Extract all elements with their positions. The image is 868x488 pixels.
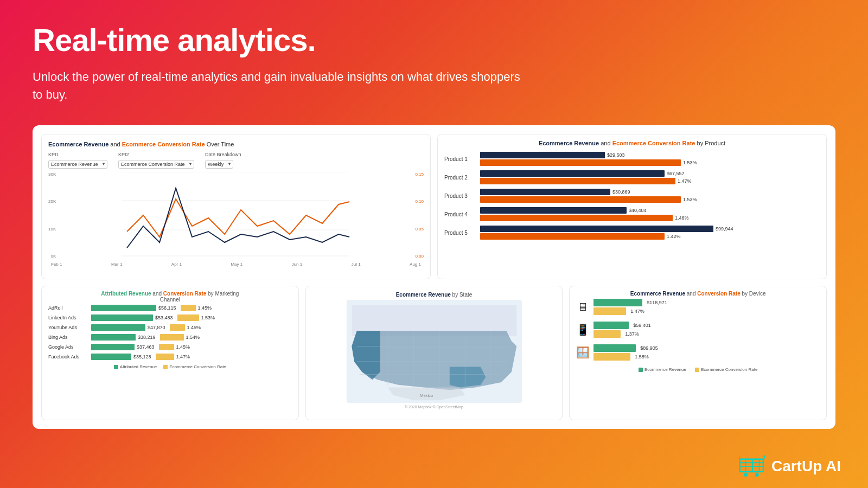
svg-rect-14 <box>740 459 763 472</box>
x-may: May 1 <box>231 262 242 267</box>
product3-conv-bar <box>480 196 681 203</box>
legend-dot-conv <box>163 365 168 369</box>
bottom-grid: Attributed Revenue and Conversion Rate b… <box>41 286 827 420</box>
page-title: Real-time analytics. <box>33 22 835 58</box>
x-aug: Aug 1 <box>410 262 421 267</box>
desktop-conv-bar <box>593 307 626 315</box>
device-desktop-row: 🖥 $118,971 1.47% <box>576 299 820 315</box>
line-chart-panel: Ecommerce Revenue and Ecommerce Conversi… <box>41 134 431 279</box>
marketing-legend: Attributed Revenue Ecommerce Conversion … <box>48 364 292 369</box>
device-tablet-row: 🪟 $89,905 1.58% <box>576 344 820 361</box>
device-chart-title: Ecommerce Revenue and Conversion Rate by… <box>576 291 820 297</box>
bing-revenue-bar <box>91 334 136 341</box>
y-right-000: 0.00 <box>415 254 424 259</box>
date-group: Date Breakdown Weekly ▼ <box>205 152 241 169</box>
svg-point-21 <box>755 473 759 477</box>
y-left-0k: 0K <box>48 254 56 259</box>
product5-conv-bar <box>480 233 665 240</box>
youtube-conv-bar <box>170 324 185 331</box>
desktop-revenue-bar <box>593 299 642 306</box>
product5-revenue-bar <box>480 226 713 232</box>
mobile-revenue-bar <box>593 322 629 329</box>
mobile-icon: 📱 <box>576 323 589 336</box>
product-row-2: Product 2 $67,557 1.47% <box>444 170 820 184</box>
kpi-row: KPI1 Ecommerce Revenue ▼ KPI2 Ecommerce … <box>48 152 424 169</box>
cartup-logo-text: CartUp AI <box>771 458 841 475</box>
linkedin-revenue-bar <box>91 314 153 321</box>
product-row-1: Product 1 $29,503 1.53% <box>444 152 820 166</box>
desktop-icon: 🖥 <box>576 301 589 313</box>
mobile-conv-bar <box>593 330 621 338</box>
kpi2-select-wrapper[interactable]: Ecommerce Conversion Rate ▼ <box>118 158 194 169</box>
tablet-revenue-bar <box>593 344 636 352</box>
x-apr: Apr 1 <box>171 262 182 267</box>
marketing-chart-title: Attributed Revenue and Conversion Rate b… <box>48 291 292 303</box>
x-mar: Mar 1 <box>111 262 122 267</box>
product2-conv-bar <box>480 178 675 184</box>
product4-conv-bar <box>480 215 673 221</box>
y-right-005: 0.05 <box>415 227 424 232</box>
channel-bing: Bing Ads $38,219 1.54% <box>48 334 292 341</box>
legend-dot-ecom-revenue <box>639 368 643 372</box>
kpi1-select[interactable]: Ecommerce Revenue <box>48 160 107 169</box>
svg-point-20 <box>744 473 748 477</box>
marketing-chart-panel: Attributed Revenue and Conversion Rate b… <box>41 286 299 420</box>
map-title: Ecommerce Revenue by State <box>311 292 557 298</box>
channel-adroll: AdRoll $56,115 1.45% <box>48 305 292 311</box>
bing-conv-bar <box>160 334 184 341</box>
date-select[interactable]: Weekly <box>205 160 233 169</box>
product3-revenue-bar <box>480 189 610 195</box>
y-right-015: 0.15 <box>415 172 424 177</box>
device-mobile-row: 📱 $59,401 1.37% <box>576 322 820 338</box>
usa-map-svg: Mexico <box>311 300 557 403</box>
product1-revenue-bar <box>480 152 605 158</box>
channel-linkedin: LinkedIn Ads $53,483 1.53% <box>48 314 292 321</box>
product-row-3: Product 3 $30,869 1.53% <box>444 189 820 203</box>
header-section: Real-time analytics. Unlock the power of… <box>0 0 868 114</box>
dashboard-container: Ecommerce Revenue and Ecommerce Conversi… <box>33 125 835 429</box>
adroll-conv-bar <box>181 305 196 311</box>
product1-conv-bar <box>480 159 681 166</box>
y-left-10k: 10K <box>48 227 56 232</box>
page-subtitle: Unlock the power of real-time analytics … <box>33 68 521 104</box>
product2-revenue-bar <box>480 170 665 177</box>
product4-revenue-bar <box>480 207 627 214</box>
x-jul: Jul 1 <box>352 262 361 267</box>
x-axis-labels: Feb 1 Mar 1 Apr 1 May 1 Jun 1 Jul 1 Aug … <box>48 262 424 267</box>
device-chart-panel: Ecommerce Revenue and Conversion Rate by… <box>569 286 827 420</box>
map-panel: Ecommerce Revenue by State <box>305 286 563 420</box>
product-row-5: Product 5 $99,944 1.42% <box>444 226 820 240</box>
google-revenue-bar <box>91 344 135 350</box>
product-bar-chart-panel: Ecommerce Revenue and Ecommerce Conversi… <box>437 134 827 279</box>
y-left-30k: 30K <box>48 172 56 177</box>
facebook-conv-bar <box>156 354 174 360</box>
legend-dot-ecom-conv <box>695 368 699 372</box>
google-conv-bar <box>159 344 174 350</box>
facebook-revenue-bar <box>91 354 131 360</box>
kpi1-select-wrapper[interactable]: Ecommerce Revenue ▼ <box>48 158 107 169</box>
date-select-wrapper[interactable]: Weekly ▼ <box>205 158 233 169</box>
x-feb: Feb 1 <box>51 262 62 267</box>
device-legend: Ecommerce Revenue Ecommerce Conversion R… <box>576 367 820 372</box>
tablet-conv-bar <box>593 353 630 361</box>
product-chart-title: Ecommerce Revenue and Ecommerce Conversi… <box>444 140 820 146</box>
map-credit: © 2020 Mapbox © OpenStreetMap <box>311 405 557 409</box>
tablet-icon: 🪟 <box>576 346 589 359</box>
line-chart-svg <box>60 172 411 259</box>
x-jun: Jun 1 <box>292 262 303 267</box>
y-right-010: 0.10 <box>415 199 424 204</box>
cartup-logo-icon <box>739 455 766 477</box>
youtube-revenue-bar <box>91 324 145 331</box>
channel-facebook: Facebook Ads $35,128 1.47% <box>48 354 292 360</box>
y-left-20k: 20K <box>48 199 56 204</box>
channel-google: Google Ads $37,463 1.45% <box>48 344 292 350</box>
product-row-4: Product 4 $40,404 1.46% <box>444 207 820 221</box>
kpi2-select[interactable]: Ecommerce Conversion Rate <box>118 160 194 169</box>
linkedin-conv-bar <box>177 314 199 321</box>
kpi1-group: KPI1 Ecommerce Revenue ▼ <box>48 152 107 169</box>
kpi2-group: KPI2 Ecommerce Conversion Rate ▼ <box>118 152 194 169</box>
channel-youtube: YouTube Ads $47,870 1.45% <box>48 324 292 331</box>
svg-text:Mexico: Mexico <box>420 393 433 398</box>
line-chart-title: Ecommerce Revenue and Ecommerce Conversi… <box>48 141 424 147</box>
cartup-logo: CartUp AI <box>739 455 841 477</box>
